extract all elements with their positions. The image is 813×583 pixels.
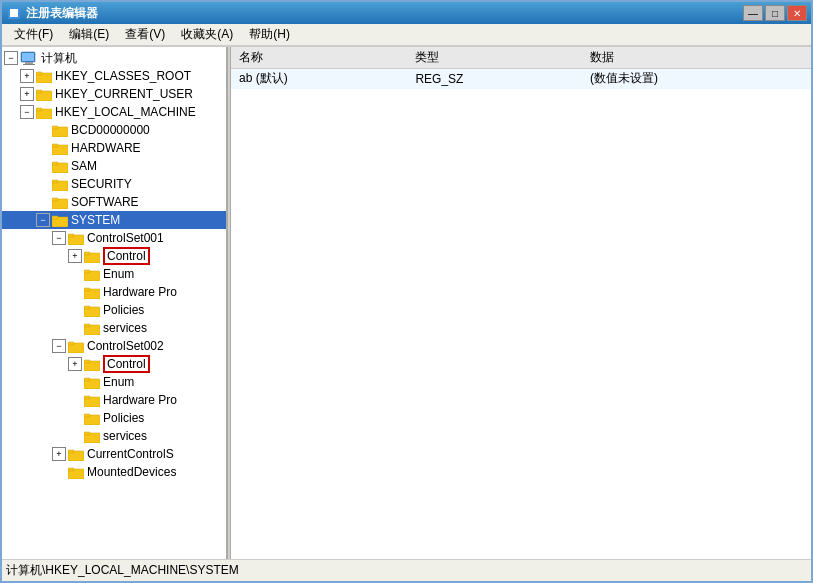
svg-rect-7: [25, 62, 33, 64]
node-label-hkcr: HKEY_CLASSES_ROOT: [55, 69, 191, 83]
tree-node-mounted[interactable]: MountedDevices: [2, 463, 226, 481]
expand-current-cs[interactable]: +: [52, 447, 66, 461]
expand-cs002-control[interactable]: +: [68, 357, 82, 371]
folder-icon-sam: [52, 160, 68, 173]
cell-data: (数值未设置): [582, 69, 811, 89]
folder-icon-cs001-control: [84, 250, 100, 263]
maximize-button[interactable]: □: [765, 5, 785, 21]
folder-icon-cs001-policies: [84, 304, 100, 317]
node-label-bcd: BCD00000000: [71, 123, 150, 137]
tree-node-cs001-policies[interactable]: Policies: [2, 301, 226, 319]
tree-node-hklm[interactable]: − HKEY_LOCAL_MACHINE: [2, 103, 226, 121]
folder-icon-cs001-hw: [84, 286, 100, 299]
status-bar: 计算机\HKEY_LOCAL_MACHINE\SYSTEM: [2, 559, 811, 581]
expand-hklm[interactable]: −: [20, 105, 34, 119]
content-area: − 计算机 + HKEY_CLASSES_ROOT: [2, 46, 811, 559]
svg-rect-28: [68, 234, 74, 237]
tree-node-sam[interactable]: SAM: [2, 157, 226, 175]
folder-icon-cs002-policies: [84, 412, 100, 425]
menu-edit[interactable]: 编辑(E): [61, 24, 117, 45]
node-label-cs001-control: Control: [103, 247, 150, 265]
expand-hkcr[interactable]: +: [20, 69, 34, 83]
folder-icon-bcd: [52, 124, 68, 137]
folder-icon-cs002: [68, 340, 84, 353]
tree-panel[interactable]: − 计算机 + HKEY_CLASSES_ROOT: [2, 47, 227, 559]
tree-node-system[interactable]: − SYSTEM: [2, 211, 226, 229]
table-row[interactable]: ab (默认) REG_SZ (数值未设置): [231, 69, 811, 89]
expand-cs001-control[interactable]: +: [68, 249, 82, 263]
cell-name: ab (默认): [231, 69, 407, 89]
tree-node-current-cs[interactable]: + CurrentControlS: [2, 445, 226, 463]
tree-node-hardware[interactable]: HARDWARE: [2, 139, 226, 157]
folder-icon-cs001: [68, 232, 84, 245]
tree-node-cs002-control[interactable]: + Control: [2, 355, 226, 373]
col-data: 数据: [582, 47, 811, 69]
svg-rect-44: [84, 378, 90, 381]
node-label-computer: 计算机: [41, 50, 77, 67]
col-type: 类型: [407, 47, 582, 69]
tree-node-computer[interactable]: − 计算机: [2, 49, 226, 67]
svg-rect-54: [68, 468, 74, 471]
node-label-hklm: HKEY_LOCAL_MACHINE: [55, 105, 196, 119]
expand-system[interactable]: −: [36, 213, 50, 227]
svg-rect-26: [52, 216, 58, 219]
node-label-cs002-policies: Policies: [103, 411, 144, 425]
menu-file[interactable]: 文件(F): [6, 24, 61, 45]
node-label-system: SYSTEM: [71, 213, 120, 227]
folder-icon-mounted: [68, 466, 84, 479]
folder-icon-cs002-enum: [84, 376, 100, 389]
svg-rect-50: [84, 432, 90, 435]
node-label-current-cs: CurrentControlS: [87, 447, 174, 461]
tree-node-hkcr[interactable]: + HKEY_CLASSES_ROOT: [2, 67, 226, 85]
menu-view[interactable]: 查看(V): [117, 24, 173, 45]
svg-rect-36: [84, 306, 90, 309]
svg-rect-18: [52, 144, 58, 147]
svg-rect-34: [84, 288, 90, 291]
svg-rect-12: [36, 90, 42, 93]
tree-node-security[interactable]: SECURITY: [2, 175, 226, 193]
tree-node-hkcu[interactable]: + HKEY_CURRENT_USER: [2, 85, 226, 103]
svg-rect-2: [14, 9, 18, 13]
menu-help[interactable]: 帮助(H): [241, 24, 298, 45]
svg-rect-40: [68, 342, 74, 345]
expand-cs001[interactable]: −: [52, 231, 66, 245]
tree-node-cs001[interactable]: − ControlSet001: [2, 229, 226, 247]
node-label-cs002-hw: Hardware Pro: [103, 393, 177, 407]
close-button[interactable]: ✕: [787, 5, 807, 21]
detail-panel: 名称 类型 数据 ab (默认) REG_SZ (数值未设置): [231, 47, 811, 559]
tree-node-cs002-enum[interactable]: Enum: [2, 373, 226, 391]
title-bar: 注册表编辑器 — □ ✕: [2, 2, 811, 24]
tree-node-cs001-services[interactable]: services: [2, 319, 226, 337]
tree-node-cs002-policies[interactable]: Policies: [2, 409, 226, 427]
node-label-cs001-enum: Enum: [103, 267, 134, 281]
tree-node-cs001-control[interactable]: + Control: [2, 247, 226, 265]
tree-node-cs001-hw[interactable]: Hardware Pro: [2, 283, 226, 301]
tree-node-software[interactable]: SOFTWARE: [2, 193, 226, 211]
node-label-cs001: ControlSet001: [87, 231, 164, 245]
folder-icon-cs001-enum: [84, 268, 100, 281]
folder-icon-cs002-control: [84, 358, 100, 371]
folder-icon-current-cs: [68, 448, 84, 461]
tree-node-cs002[interactable]: − ControlSet002: [2, 337, 226, 355]
folder-icon-hkcr: [36, 70, 52, 83]
tree-node-cs001-enum[interactable]: Enum: [2, 265, 226, 283]
svg-rect-22: [52, 180, 58, 183]
tree-node-cs002-services[interactable]: services: [2, 427, 226, 445]
svg-rect-52: [68, 450, 74, 453]
svg-rect-48: [84, 414, 90, 417]
expand-hkcu[interactable]: +: [20, 87, 34, 101]
col-name: 名称: [231, 47, 407, 69]
folder-icon-system: [52, 214, 68, 227]
cell-type: REG_SZ: [407, 69, 582, 89]
svg-rect-14: [36, 108, 42, 111]
node-label-sam: SAM: [71, 159, 97, 173]
node-label-software: SOFTWARE: [71, 195, 139, 209]
tree-node-bcd[interactable]: BCD00000000: [2, 121, 226, 139]
minimize-button[interactable]: —: [743, 5, 763, 21]
expand-cs002[interactable]: −: [52, 339, 66, 353]
menu-favorites[interactable]: 收藏夹(A): [173, 24, 241, 45]
expand-computer[interactable]: −: [4, 51, 18, 65]
node-label-cs001-hw: Hardware Pro: [103, 285, 177, 299]
node-label-cs002-services: services: [103, 429, 147, 443]
tree-node-cs002-hw[interactable]: Hardware Pro: [2, 391, 226, 409]
